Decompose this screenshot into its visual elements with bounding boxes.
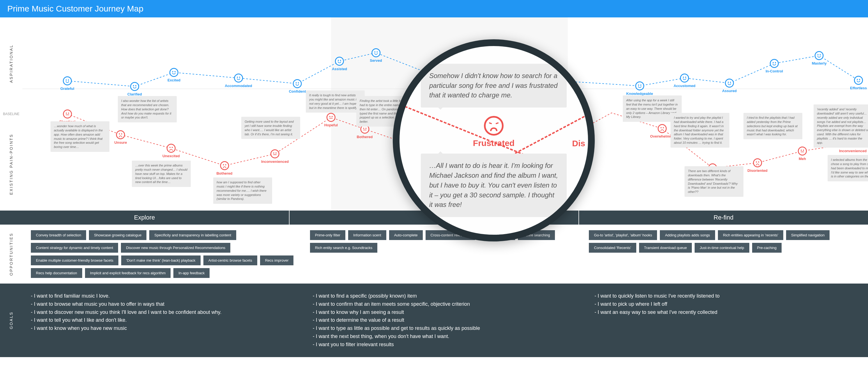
emotion-face-icon <box>680 74 689 83</box>
quote-box: It really is tough to find new artists y… <box>306 90 365 113</box>
node-label: Served <box>370 58 382 63</box>
lane-label-aspirational: ASPIRATIONAL <box>0 18 23 110</box>
magnifier-quote-bottom: …All I want to do is hear it. I'm lookin… <box>421 153 567 217</box>
aspirational-node: In-Control <box>766 59 783 73</box>
magnifier-quote-top: Somehow I didn't know how to search for … <box>421 64 567 108</box>
opp-col-find: Prime-only filterInformation scentAuto-c… <box>310 230 581 278</box>
opportunities-row: OPPORTUNITIES Convey breadth of selectio… <box>0 225 868 284</box>
goal-item: - I want to quickly listen to music I've… <box>594 292 860 300</box>
pain-node: Disoriented <box>747 158 768 173</box>
node-label: Knowledgeable <box>626 91 653 96</box>
opportunity-chip: Rich entity search e.g. Soundtracks <box>310 243 378 253</box>
node-label: Clarified <box>127 92 142 96</box>
aspirational-node: Masterly <box>812 51 827 65</box>
opportunity-chip: Implicit and explicit feedback for recs … <box>85 268 171 278</box>
opportunity-chip: Consolidated 'Recents' <box>589 243 636 253</box>
opportunity-chip: Information scent <box>348 230 386 240</box>
aspirational-node: Effortless <box>850 76 867 90</box>
goal-item: - I want to type as little as possible a… <box>313 324 578 332</box>
emotion-face-icon <box>854 76 863 85</box>
goal-item: - I want to find a specific (possibly kn… <box>313 292 578 300</box>
aspirational-node: Confident <box>289 79 306 93</box>
node-label: Confident <box>289 89 306 93</box>
emotion-face-icon <box>815 51 824 60</box>
opportunity-chip: Discover new music through Personalized … <box>121 243 230 253</box>
emotion-face-icon <box>725 79 734 88</box>
node-label: Hopeful <box>324 123 338 127</box>
tab-refind: Re-find <box>579 210 868 225</box>
opportunity-chip: Simplified navigation <box>786 230 830 240</box>
pain-node: Inconvenienced <box>261 149 289 164</box>
emotion-face-icon <box>770 59 779 68</box>
node-label: Effortless <box>850 86 867 90</box>
pain-node: Bothered <box>216 161 232 175</box>
frustrated-face-icon <box>484 116 503 136</box>
opportunity-chip: Enable multiple customer-friendly browse… <box>31 256 118 265</box>
aspirational-node: Excited <box>167 68 180 82</box>
quote-box: …wonder how much of what is actually ava… <box>51 121 110 152</box>
node-label: Excited <box>167 78 180 82</box>
goal-item: - I want you to filter irrelevant result… <box>313 341 578 349</box>
tab-explore: Explore <box>0 210 289 225</box>
goal-item: - I want to determine the value of a res… <box>313 316 578 324</box>
node-label: Masterly <box>812 61 827 65</box>
quote-box: I selected albums from the menu and chos… <box>828 155 868 181</box>
goal-item: - I want to know why I am seeing a resul… <box>313 308 578 316</box>
node-label: Unexcited <box>162 154 180 158</box>
lane-label-pain: EXISTING PAIN-POINTS <box>0 118 23 210</box>
goal-item: - I want to discover new music you think… <box>31 308 296 316</box>
emotion-face-icon <box>116 130 125 139</box>
quote-box: I also wonder how the list of artists th… <box>118 96 177 122</box>
quote-box: 'recently added' and 'recently downloade… <box>813 105 868 148</box>
aspirational-node: Assured <box>722 79 737 93</box>
emotion-face-icon <box>753 158 762 167</box>
opportunity-chip: Content strategy for dynamic and timely … <box>31 243 118 253</box>
opportunity-chip: Showcase growing catalogue <box>89 230 147 240</box>
baseline-label: BASELINE <box>0 110 23 118</box>
emotion-face-icon <box>371 48 380 57</box>
opportunity-chip: Go-to 'artist', 'playlist', 'album' hook… <box>589 230 657 240</box>
opportunity-chip: Just-in-time contextual help <box>694 243 749 253</box>
opportunity-chip: Rich entities appearing in 'recents' <box>718 230 783 240</box>
pain-node: Bothered <box>356 125 373 139</box>
emotion-face-icon <box>63 76 72 85</box>
quote-box: I wanted to try and play the playlist I … <box>671 113 730 148</box>
quote-box: …over this week the prime albums pretty … <box>132 161 191 187</box>
emotion-face-icon <box>169 68 179 77</box>
pain-node: Unexcited <box>162 144 180 158</box>
node-label: Assured <box>722 89 737 93</box>
node-label: Assisted <box>332 67 347 71</box>
goals-col-explore: - I want to find familiar music I love.-… <box>31 292 296 349</box>
goal-item: - I want to pick up where I left off <box>594 300 860 308</box>
emotion-face-icon <box>167 144 176 153</box>
pain-node: Unsure <box>115 130 127 145</box>
lane-label-opportunities: OPPORTUNITIES <box>0 230 23 278</box>
magnifier-zoom: Dis Somehow I didn't know how to search … <box>393 39 595 241</box>
node-label: Inconvenienced <box>839 149 867 153</box>
opportunity-chip: In-app feedback <box>174 268 210 278</box>
opportunity-chip: Convey breadth of selection <box>31 230 86 240</box>
emotion-face-icon <box>234 74 243 83</box>
opportunity-chip: Recs improver <box>260 256 294 265</box>
node-label: Inconvenienced <box>261 159 289 164</box>
goal-item: - I want the next best thing, when you d… <box>313 332 578 341</box>
node-label: Accustomed <box>674 84 695 88</box>
node-label: Disoriented <box>747 169 768 173</box>
aspirational-node: Assisted <box>332 57 347 71</box>
node-label: In-Control <box>766 69 783 73</box>
goals-col-find: - I want to find a specific (possibly kn… <box>313 292 578 349</box>
emotion-face-icon <box>335 57 344 66</box>
emotion-face-icon <box>271 149 279 158</box>
pain-node: Hopeful <box>324 113 338 127</box>
aspirational-node: Accustomed <box>674 74 695 88</box>
emotion-face-icon <box>658 124 666 133</box>
emotion-face-icon <box>63 110 72 118</box>
aspirational-node: Served <box>370 48 382 63</box>
opp-col-refind: Go-to 'artist', 'playlist', 'album' hook… <box>589 230 860 278</box>
opp-col-explore: Convey breadth of selectionShowcase grow… <box>31 230 302 278</box>
aspirational-node: Accommodated <box>225 74 252 88</box>
opportunity-chip: Pre-caching <box>752 243 782 253</box>
goal-item: - I want to confirm that an item meets s… <box>313 300 578 308</box>
aspirational-node: Knowledgeable <box>626 81 653 96</box>
quote-box: There are two different kinds of downloa… <box>684 166 743 197</box>
